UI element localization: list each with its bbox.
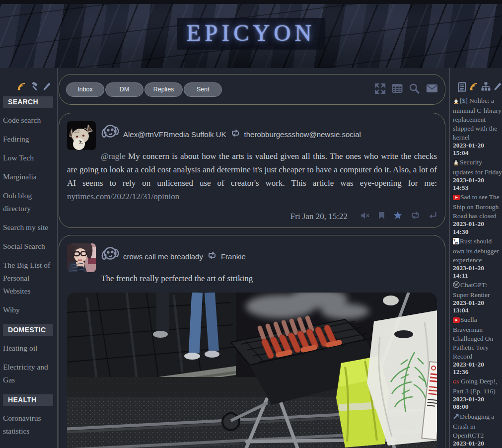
newswire-list: [$] Nolibc: a minimal C-library replacem… [453, 96, 502, 448]
sidebar-link[interactable]: Social Search [3, 240, 53, 253]
site-banner: EPICYON [0, 4, 502, 68]
search-icon[interactable] [409, 83, 420, 96]
sidebar-link[interactable]: Search my site [3, 221, 53, 234]
newswire-time: 14:30 [453, 228, 502, 235]
newspaper-icon[interactable] [458, 82, 467, 92]
post-card: Alex@rtnVFRmedia Suffolk UK therobburges… [59, 113, 445, 228]
post-boosted-author[interactable]: therobburgessshow@newsie.social [244, 130, 361, 139]
reply-icon[interactable] [429, 212, 437, 222]
tab-dm[interactable]: DM [105, 82, 143, 97]
newswire-item: GSGoing Deep!, Part 3 (Ep. 116)2023-01-2… [453, 376, 502, 410]
timeline-header-icons [374, 83, 438, 96]
rss-icon[interactable] [17, 82, 26, 91]
left-sidebar-icons [3, 82, 53, 91]
gs-favicon: GS [453, 377, 460, 386]
sidebar-link[interactable]: Code search [3, 114, 53, 127]
avatar[interactable] [67, 243, 96, 272]
mute-icon[interactable] [360, 212, 370, 222]
newswire-date: 2023-01-20 [453, 176, 502, 184]
person-dog-icon[interactable] [101, 245, 119, 268]
sitemap-icon[interactable] [481, 82, 491, 92]
tab-replies[interactable]: Replies [144, 82, 183, 97]
newswire-item: YwRust should own its debugger experienc… [453, 236, 502, 279]
newswire-item: WChatGPT: Super Rentier2023-01-2013:04 [453, 280, 502, 314]
sidebar-link[interactable]: Coronavirus statistics [3, 412, 53, 438]
newswire-time: 15:04 [453, 149, 502, 156]
newswire-link[interactable]: [$] Nolibc: a minimal C-library replacem… [453, 97, 502, 141]
timeline-tabs: InboxDMRepliesSent [66, 82, 222, 97]
post-image[interactable] [67, 293, 437, 448]
newswire-date: 2023-01-20 [453, 264, 502, 272]
wordpress-icon: W [453, 281, 460, 290]
mail-icon[interactable] [426, 84, 438, 95]
newswire-link[interactable]: Rust should own its debugger experience [453, 237, 499, 264]
sidebar-link[interactable]: The Big List of Personal Websites [3, 259, 53, 298]
post-author[interactable]: Alex@rtnVFRmedia Suffolk UK [123, 130, 226, 139]
newswire-link[interactable]: Sad to see The Ship on Borough Road has … [453, 193, 500, 220]
timeline-header: InboxDMRepliesSent [59, 74, 445, 105]
newswire-date: 2023-01-20 [453, 220, 502, 227]
timeline-column: InboxDMRepliesSent [58, 68, 449, 448]
tux-icon [453, 158, 459, 167]
sidebar-link[interactable]: Electricity and Gas [3, 361, 53, 386]
post-footer: Fri Jan 20, 15:22 [67, 211, 437, 222]
left-sidebar: SEARCHCode searchFediringLow TechMargina… [0, 68, 58, 448]
external-arrow-icon [453, 413, 459, 422]
youtube-icon [453, 193, 460, 202]
hammer-icon[interactable] [29, 82, 39, 91]
right-sidebar-icons [453, 82, 502, 92]
newswire-time: 08:00 [453, 403, 502, 410]
site-title: EPICYON [177, 17, 326, 49]
sidebar-link[interactable]: Wiby [3, 303, 53, 316]
right-sidebar: [$] Nolibc: a minimal C-library replacem… [449, 68, 502, 448]
expand-icon[interactable] [374, 83, 386, 96]
sidebar-sections: SEARCHCode searchFediringLow TechMargina… [3, 96, 53, 438]
calendar-icon[interactable] [392, 83, 403, 95]
youtube-icon [453, 316, 460, 325]
newswire-link[interactable]: Security updates for Friday [453, 158, 502, 176]
boost-icon [230, 129, 240, 139]
avatar[interactable] [67, 121, 96, 150]
bookmark-icon[interactable] [378, 212, 385, 222]
newswire-item: [$] Nolibc: a minimal C-library replacem… [453, 96, 502, 156]
post-content: The french really perfected the art of s… [67, 272, 437, 286]
pen-icon[interactable] [493, 82, 502, 92]
pen-icon[interactable] [42, 82, 51, 91]
svg-text:GS: GS [453, 379, 459, 384]
sidebar-link[interactable]: Heating oil [3, 342, 53, 355]
boost-icon [207, 251, 217, 261]
newswire-date: 2023-01-20 [453, 142, 502, 149]
newswire-date: 2023-01-20 [453, 395, 502, 403]
newswire-time: 12:36 [453, 368, 502, 375]
sidebar-link[interactable]: Ooh blog directory [3, 189, 53, 215]
rss-icon[interactable] [469, 82, 479, 92]
sidebar-section-header: DOMESTIC [3, 324, 53, 336]
post-boosted-author[interactable]: Frankie [221, 252, 246, 261]
repeat-icon[interactable] [410, 211, 421, 222]
sidebar-link[interactable]: Marginalia [3, 170, 53, 183]
newswire-item: Sad to see The Ship on Borough Road has … [453, 192, 502, 235]
newswire-date: 2023-01-20 [453, 440, 502, 447]
tab-sent[interactable]: Sent [184, 82, 222, 97]
newswire-item: Suella Braverman Challenged On Pathetic … [453, 315, 502, 375]
tab-inbox[interactable]: Inbox [66, 82, 104, 97]
sidebar-section-header: SEARCH [3, 96, 53, 108]
top-strip [0, 0, 502, 4]
svg-text:w: w [455, 241, 458, 244]
svg-text:W: W [454, 283, 458, 287]
sidebar-link[interactable]: Fediring [3, 133, 53, 146]
sidebar-link[interactable]: Low Tech [3, 151, 53, 164]
newswire-date: 2023-01-20 [453, 361, 502, 368]
mention-link[interactable]: @ragle [101, 151, 126, 161]
post-external-link[interactable]: nytimes.com/2022/12/31/opinion [67, 192, 179, 201]
person-dog-icon[interactable] [101, 123, 119, 146]
post-body-text: The french really perfected the art of s… [101, 274, 253, 283]
post-content: @ragle My concern is about how the arts … [67, 150, 437, 203]
yw-favicon: Yw [453, 237, 459, 246]
tux-icon [453, 97, 459, 106]
star-icon[interactable] [393, 211, 402, 222]
post-author[interactable]: crows call me breadlady [123, 252, 203, 261]
sidebar-section-header: HEALTH [3, 394, 53, 406]
newswire-date: 2023-01-20 [453, 299, 502, 306]
newswire-time: 13:04 [453, 306, 502, 314]
